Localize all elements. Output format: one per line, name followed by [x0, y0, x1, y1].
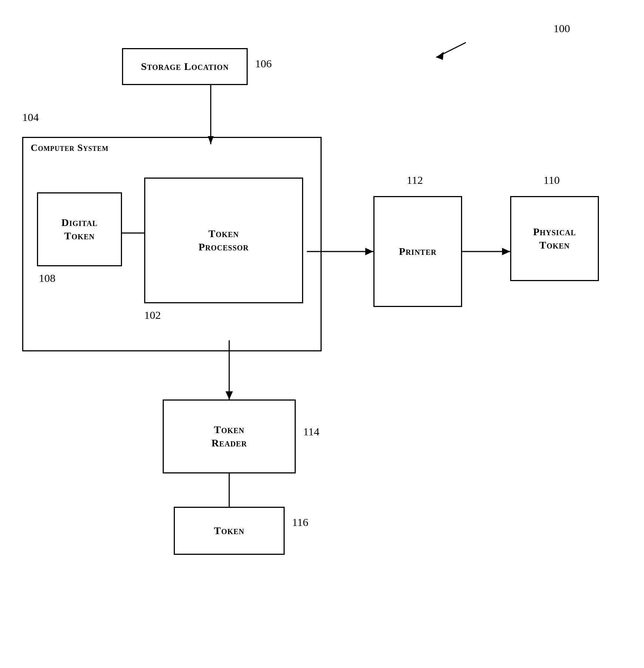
ref-104: 104	[22, 111, 39, 124]
token-processor-label: Token Processor	[199, 227, 249, 254]
ref-102: 102	[144, 309, 161, 321]
storage-location-box: Storage Location	[122, 48, 248, 85]
printer-label: Printer	[399, 245, 437, 258]
token-box: Token	[174, 507, 285, 555]
ref-112: 112	[407, 174, 423, 186]
svg-line-0	[436, 43, 466, 57]
digital-token-label: Digital Token	[61, 216, 98, 243]
ref-106: 106	[255, 57, 272, 70]
svg-marker-7	[502, 248, 510, 255]
token-reader-box: Token Reader	[163, 399, 296, 473]
physical-token-box: Physical Token	[510, 196, 599, 281]
computer-system-label: Computer System	[31, 142, 109, 153]
printer-box: Printer	[373, 196, 462, 307]
svg-marker-5	[365, 248, 373, 255]
token-label: Token	[214, 524, 245, 537]
ref-116: 116	[292, 516, 308, 529]
ref-108: 108	[39, 272, 55, 284]
svg-marker-1	[436, 52, 444, 60]
svg-marker-11	[226, 391, 233, 399]
ref-114: 114	[303, 425, 319, 438]
ref-110: 110	[543, 174, 560, 186]
physical-token-label: Physical Token	[533, 225, 576, 252]
token-reader-label: Token Reader	[211, 423, 247, 450]
storage-location-label: Storage Location	[141, 60, 229, 73]
diagram-container: 100 Storage Location 106 Computer System…	[0, 0, 644, 668]
token-processor-box: Token Processor	[144, 178, 303, 303]
ref-100: 100	[553, 22, 570, 35]
digital-token-box: Digital Token	[37, 192, 122, 266]
